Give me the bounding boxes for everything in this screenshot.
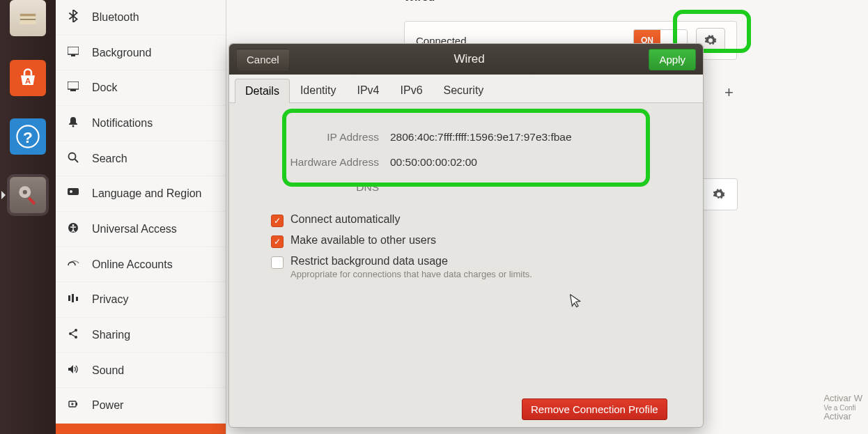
sidebar-item-label: Sharing xyxy=(92,329,130,341)
sidebar-item-notifications[interactable]: Notifications xyxy=(56,106,226,141)
svg-point-8 xyxy=(23,190,27,194)
sidebar-item-privacy[interactable]: Privacy xyxy=(56,282,226,318)
sidebar-item-search[interactable]: Search xyxy=(56,141,226,177)
check-connect-auto[interactable]: ✓ Connect automatically xyxy=(271,213,682,227)
checkbox-icon xyxy=(271,256,284,269)
launcher-bar: A ? xyxy=(0,0,56,434)
check-available-others[interactable]: ✓ Make available to other users xyxy=(271,234,682,248)
hw-label: Hardware Address xyxy=(281,156,379,169)
dock-icon xyxy=(67,82,79,94)
svg-rect-2 xyxy=(20,19,36,20)
sidebar-item-active[interactable] xyxy=(56,424,226,434)
launcher-files[interactable] xyxy=(10,0,46,36)
svg-rect-9 xyxy=(68,47,79,54)
sidebar-item-label: Notifications xyxy=(92,117,153,130)
cancel-button[interactable]: Cancel xyxy=(236,49,290,70)
sidebar-item-label: Privacy xyxy=(92,293,128,306)
svg-point-14 xyxy=(69,153,76,160)
sidebar-item-universal-access[interactable]: Universal Access xyxy=(56,212,226,247)
sidebar-item-sound[interactable]: Sound xyxy=(56,353,226,389)
check-label: Restrict background data usage xyxy=(290,255,532,268)
tab-ipv6[interactable]: IPv6 xyxy=(390,78,433,102)
gear-icon xyxy=(713,188,725,201)
sidebar-item-bluetooth[interactable]: Bluetooth xyxy=(56,0,226,36)
sidebar-item-background[interactable]: Background xyxy=(56,36,226,71)
svg-rect-12 xyxy=(70,89,76,91)
dialog-tabs: Details Identity IPv4 IPv6 Security xyxy=(229,75,703,103)
wired-settings-dialog: Cancel Wired Apply Details Identity IPv4… xyxy=(228,43,704,428)
svg-rect-0 xyxy=(20,14,36,17)
bell-icon xyxy=(67,116,79,130)
share-icon xyxy=(67,328,79,342)
check-label: Connect automatically xyxy=(290,213,400,226)
remove-connection-button[interactable]: Remove Connection Profile xyxy=(522,398,667,420)
sidebar-item-label: Online Accounts xyxy=(92,258,173,271)
svg-rect-10 xyxy=(71,54,75,56)
svg-rect-16 xyxy=(68,188,79,195)
sidebar-item-label: Bluetooth xyxy=(92,11,139,24)
search-icon xyxy=(67,152,79,166)
sidebar-item-online-accounts[interactable]: Online Accounts xyxy=(56,247,226,283)
gear-icon xyxy=(704,34,717,47)
checkbox-icon: ✓ xyxy=(271,235,284,248)
bluetooth-icon xyxy=(67,10,79,25)
language-icon xyxy=(67,187,79,200)
tab-ipv4[interactable]: IPv4 xyxy=(347,78,390,102)
hw-value: 00:50:00:00:02:00 xyxy=(390,156,477,169)
svg-rect-24 xyxy=(76,403,77,405)
sidebar-item-sharing[interactable]: Sharing xyxy=(56,318,226,353)
power-icon xyxy=(67,399,79,412)
launcher-settings[interactable] xyxy=(10,177,46,213)
ip-label: IP Address xyxy=(281,131,379,144)
activation-watermark: Activar W Ve a Confi Activar xyxy=(823,394,862,421)
sidebar-item-dock[interactable]: Dock xyxy=(56,70,226,106)
tab-identity[interactable]: Identity xyxy=(290,78,347,102)
ip-value: 2806:40c:7fff:ffff:1596:9e17:97e3:fbae xyxy=(390,131,572,144)
dns-label: DNS xyxy=(281,181,379,194)
dialog-body: IP Address 2806:40c:7fff:ffff:1596:9e17:… xyxy=(229,103,703,427)
svg-point-13 xyxy=(72,125,75,127)
sidebar-item-label: Background xyxy=(92,47,151,59)
svg-rect-1 xyxy=(20,17,36,24)
svg-text:A: A xyxy=(25,77,31,85)
sound-icon xyxy=(67,364,79,377)
settings-sidebar: Bluetooth Background Dock Notifications … xyxy=(56,0,226,434)
universal-access-icon xyxy=(67,222,79,236)
background-icon xyxy=(67,47,79,59)
svg-point-17 xyxy=(70,190,72,193)
secondary-settings-button[interactable] xyxy=(700,178,738,210)
cursor-icon xyxy=(569,293,584,313)
checkbox-icon: ✓ xyxy=(271,215,284,227)
dialog-titlebar: Cancel Wired Apply xyxy=(229,44,703,75)
sidebar-item-language[interactable]: Language and Region xyxy=(56,176,226,212)
details-grid: IP Address 2806:40c:7fff:ffff:1596:9e17:… xyxy=(281,117,668,208)
sidebar-item-label: Universal Access xyxy=(92,223,177,235)
check-label: Make available to other users xyxy=(290,234,436,247)
add-connection-button[interactable]: + xyxy=(724,84,734,102)
svg-text:?: ? xyxy=(23,128,33,146)
launcher-help[interactable]: ? xyxy=(10,118,46,155)
svg-line-15 xyxy=(75,159,79,162)
check-restrict-bg[interactable]: Restrict background data usage Appropria… xyxy=(271,255,682,279)
launcher-software[interactable]: A xyxy=(10,60,46,96)
tab-details[interactable]: Details xyxy=(235,79,290,103)
tab-security[interactable]: Security xyxy=(433,78,495,102)
sidebar-item-power[interactable]: Power xyxy=(56,388,226,424)
sidebar-item-label: Search xyxy=(92,153,127,165)
section-title: Wired xyxy=(404,0,435,3)
sidebar-item-label: Dock xyxy=(92,82,117,94)
dialog-title: Wired xyxy=(290,52,649,66)
svg-rect-11 xyxy=(68,82,79,89)
sidebar-item-label: Language and Region xyxy=(92,187,201,200)
online-accounts-icon xyxy=(67,258,79,271)
sidebar-item-label: Sound xyxy=(92,364,124,377)
sidebar-item-label: Power xyxy=(92,399,123,412)
svg-point-19 xyxy=(72,224,75,226)
privacy-icon xyxy=(67,293,79,306)
apply-button[interactable]: Apply xyxy=(649,49,696,70)
check-sublabel: Appropriate for connections that have da… xyxy=(290,269,532,279)
